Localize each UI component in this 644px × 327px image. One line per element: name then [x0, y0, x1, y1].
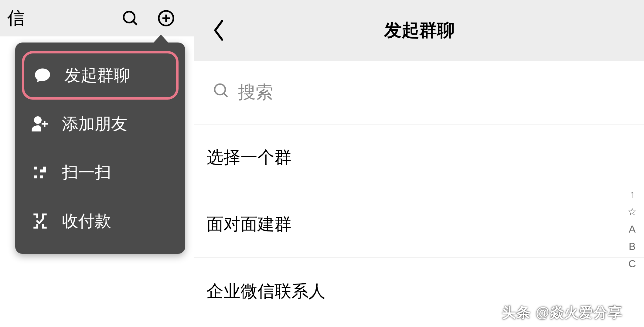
- payment-icon: [30, 211, 50, 231]
- app-title: 信: [7, 6, 121, 30]
- index-item[interactable]: A: [629, 223, 636, 235]
- search-icon: [213, 82, 230, 103]
- svg-point-7: [215, 84, 225, 95]
- plus-dropdown-menu: 发起群聊 添加朋友 扫一扫 收付款: [15, 43, 185, 254]
- option-label: 面对面建群: [206, 213, 291, 236]
- index-item[interactable]: ☆: [628, 206, 637, 218]
- menu-item-start-group-chat[interactable]: 发起群聊: [22, 51, 179, 100]
- index-item[interactable]: ↑: [630, 188, 635, 200]
- back-button[interactable]: [206, 18, 231, 43]
- left-header: 信: [0, 0, 194, 36]
- search-placeholder: 搜索: [238, 80, 273, 104]
- right-header: 发起群聊: [194, 0, 644, 61]
- plus-icon[interactable]: [157, 9, 175, 27]
- menu-item-add-friend[interactable]: 添加朋友: [22, 100, 179, 148]
- left-phone-panel: 信 发起群聊 添加朋友: [0, 0, 194, 327]
- option-label: 选择一个群: [206, 146, 291, 169]
- menu-item-label: 添加朋友: [62, 113, 128, 135]
- header-icons: [121, 9, 175, 27]
- option-select-group[interactable]: 选择一个群: [194, 124, 644, 191]
- svg-line-1: [133, 21, 137, 25]
- menu-item-label: 扫一扫: [62, 162, 111, 184]
- svg-line-8: [224, 93, 227, 97]
- index-item[interactable]: B: [629, 240, 636, 252]
- add-friend-icon: [30, 114, 50, 134]
- search-row[interactable]: 搜索: [194, 61, 644, 124]
- search-icon[interactable]: [121, 9, 139, 27]
- menu-item-scan[interactable]: 扫一扫: [22, 148, 179, 197]
- chat-bubble-icon: [33, 66, 52, 85]
- alpha-index-bar[interactable]: ↑ ☆ A B C: [628, 188, 637, 270]
- scan-icon: [30, 163, 50, 182]
- option-label: 企业微信联系人: [206, 280, 325, 303]
- right-phone-panel: 发起群聊 搜索 选择一个群 面对面建群 企业微信联系人 ↑ ☆ A B C 头条…: [194, 0, 644, 327]
- index-item[interactable]: C: [629, 258, 636, 270]
- menu-item-label: 发起群聊: [64, 64, 130, 87]
- option-face-to-face[interactable]: 面对面建群: [194, 191, 644, 258]
- menu-item-payment[interactable]: 收付款: [22, 197, 179, 245]
- svg-point-0: [124, 12, 135, 22]
- watermark-text: 头条 @焱火爱分享: [502, 303, 623, 322]
- left-body: 发起群聊 添加朋友 扫一扫 收付款: [0, 36, 194, 327]
- menu-item-label: 收付款: [62, 210, 111, 232]
- page-title: 发起群聊: [231, 19, 608, 42]
